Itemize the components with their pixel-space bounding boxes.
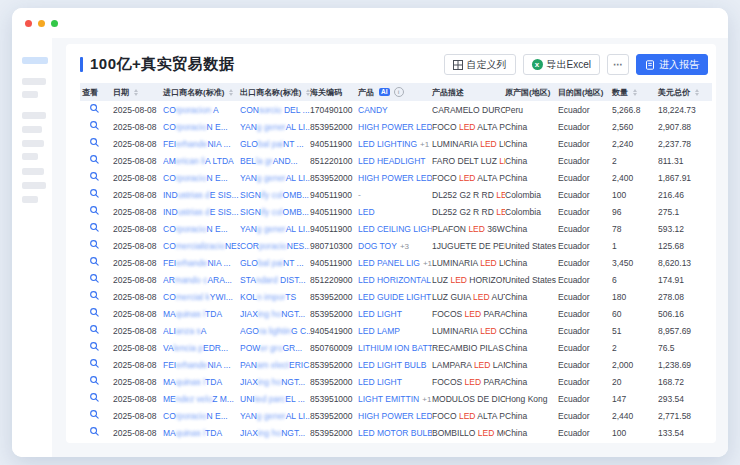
product-name[interactable]: HIGH POWER LED F bbox=[358, 411, 432, 421]
column-header-date[interactable]: 日期 bbox=[113, 83, 163, 101]
importer-name-link[interactable]: MAquinas lTDA bbox=[163, 373, 240, 390]
view-details-button[interactable] bbox=[89, 409, 100, 420]
exporter-name-link[interactable]: CONsorcio DEL ... bbox=[240, 101, 310, 118]
importer-name-link[interactable]: MAquinas lTDA bbox=[163, 305, 240, 322]
product-cell[interactable]: CANDY bbox=[358, 101, 432, 118]
column-header-exporter[interactable]: 出口商名称(标准) bbox=[240, 83, 310, 101]
importer-name-link[interactable]: COrporacioN E... bbox=[163, 169, 240, 186]
product-cell[interactable]: LED LIGHT bbox=[358, 373, 432, 390]
exporter-name-link[interactable]: YANg generAL LI... bbox=[240, 407, 310, 424]
product-name[interactable]: LED LIGHT BULB bbox=[358, 360, 426, 370]
column-header-usd_total[interactable]: 美元总价 bbox=[658, 83, 712, 101]
product-cell[interactable]: LED LIGHTING+1 bbox=[358, 135, 432, 152]
product-cell[interactable]: DOG TOY+3 bbox=[358, 237, 432, 254]
importer-name-link[interactable]: FEIerhandeNIA ... bbox=[163, 254, 240, 271]
importer-name-link[interactable]: ARmando cARA... bbox=[163, 271, 240, 288]
view-details-button[interactable] bbox=[89, 273, 100, 284]
exporter-name-link[interactable]: YANg generAL LI... bbox=[240, 220, 310, 237]
importer-name-link[interactable]: INDustrias dE SIS... bbox=[163, 186, 240, 203]
product-more-count-badge[interactable]: +1 bbox=[422, 395, 431, 404]
exporter-name-link[interactable]: UNIted parcEL ... bbox=[240, 390, 310, 407]
product-name[interactable]: LED HEADLIGHT bbox=[358, 156, 426, 166]
view-details-button[interactable] bbox=[89, 256, 100, 267]
view-details-button[interactable] bbox=[89, 375, 100, 386]
product-cell[interactable]: LED LAMP bbox=[358, 322, 432, 339]
exporter-name-link[interactable]: GLObal paiNT ... bbox=[240, 254, 310, 271]
view-details-button[interactable] bbox=[89, 171, 100, 182]
product-more-count-badge[interactable]: +1 bbox=[423, 259, 432, 268]
product-cell[interactable]: LED CEILING LIGHT bbox=[358, 220, 432, 237]
sidebar-menu-item[interactable] bbox=[22, 126, 42, 133]
product-cell[interactable]: HIGH POWER LED F bbox=[358, 118, 432, 135]
exporter-name-link[interactable]: YANg generAL LI... bbox=[240, 169, 310, 186]
product-cell[interactable]: LIGHT EMITTIN+1 bbox=[358, 390, 432, 407]
exporter-name-link[interactable]: CORporacioNES... bbox=[240, 237, 310, 254]
sidebar-menu-item[interactable] bbox=[22, 78, 46, 85]
sort-icon[interactable] bbox=[633, 89, 637, 96]
view-details-button[interactable] bbox=[89, 290, 100, 301]
sort-icon[interactable] bbox=[229, 89, 233, 96]
importer-name-link[interactable]: COmercial kYWI... bbox=[163, 288, 240, 305]
enter-report-button[interactable]: 进入报告 bbox=[636, 54, 708, 75]
view-details-button[interactable] bbox=[89, 120, 100, 131]
product-name[interactable]: LIGHT EMITTIN bbox=[358, 394, 419, 404]
product-name[interactable]: LED LAMP bbox=[358, 326, 400, 336]
exporter-name-link[interactable]: STAndard DIST... bbox=[240, 271, 310, 288]
view-details-button[interactable] bbox=[89, 392, 100, 403]
product-cell[interactable]: LED bbox=[358, 203, 432, 220]
exporter-name-link[interactable]: GLObal paiNT ... bbox=[240, 135, 310, 152]
sidebar-menu-item[interactable] bbox=[22, 140, 44, 147]
export-excel-button[interactable]: x 导出Excel bbox=[523, 54, 600, 75]
importer-name-link[interactable]: COrporacioN E... bbox=[163, 407, 240, 424]
product-name[interactable]: LED CEILING LIGHT bbox=[358, 224, 432, 234]
exporter-name-link[interactable]: JIAXing hoNGT... bbox=[240, 305, 310, 322]
importer-name-link[interactable]: COmercializacioNES... bbox=[163, 237, 240, 254]
sort-icon[interactable] bbox=[134, 89, 138, 96]
exporter-name-link[interactable]: JIAXing hoNGT... bbox=[240, 424, 310, 441]
column-header-quantity[interactable]: 数量 bbox=[612, 83, 658, 101]
info-icon[interactable]: i bbox=[394, 87, 404, 97]
product-cell[interactable]: LED HORIZONTAL L bbox=[358, 271, 432, 288]
product-name[interactable]: DOG TOY bbox=[358, 241, 397, 251]
product-name[interactable]: CANDY bbox=[358, 105, 388, 115]
importer-name-link[interactable]: COrporacioN E... bbox=[163, 118, 240, 135]
view-details-button[interactable] bbox=[89, 239, 100, 250]
exporter-name-link[interactable]: PANam electERIC... bbox=[240, 356, 310, 373]
product-name[interactable]: LED LIGHTING bbox=[358, 139, 417, 149]
view-details-button[interactable] bbox=[89, 324, 100, 335]
importer-name-link[interactable]: COrporacioN E... bbox=[163, 220, 240, 237]
sidebar-menu-item[interactable] bbox=[22, 91, 38, 98]
exporter-name-link[interactable]: SIGNify colOMB... bbox=[240, 186, 310, 203]
exporter-name-link[interactable]: YANg generAL LI... bbox=[240, 118, 310, 135]
importer-name-link[interactable]: VAlencia pEDR... bbox=[163, 339, 240, 356]
sidebar-menu-item[interactable] bbox=[22, 196, 38, 203]
importer-name-link[interactable]: FEIerhandeNIA ... bbox=[163, 135, 240, 152]
exporter-name-link[interactable]: BELla grAND... bbox=[240, 152, 310, 169]
window-maximize-button[interactable] bbox=[51, 20, 58, 27]
product-more-count-badge[interactable]: +3 bbox=[400, 242, 409, 251]
view-details-button[interactable] bbox=[89, 341, 100, 352]
sidebar-menu-item[interactable] bbox=[22, 112, 46, 119]
view-details-button[interactable] bbox=[89, 137, 100, 148]
column-header-importer[interactable]: 进口商名称(标准) bbox=[163, 83, 240, 101]
product-cell[interactable]: LED HEADLIGHT bbox=[358, 152, 432, 169]
exporter-name-link[interactable]: POWer groGR... bbox=[240, 339, 310, 356]
product-name[interactable]: LITHIUM ION BATTE bbox=[358, 343, 432, 353]
importer-name-link[interactable]: COrporacion A bbox=[163, 101, 240, 118]
view-details-button[interactable] bbox=[89, 205, 100, 216]
window-minimize-button[interactable] bbox=[38, 20, 45, 27]
sidebar-menu-item-active[interactable] bbox=[22, 57, 48, 64]
product-name[interactable]: LED bbox=[358, 207, 375, 217]
product-name[interactable]: HIGH POWER LED F bbox=[358, 173, 432, 183]
importer-name-link[interactable]: ALIanza sA bbox=[163, 322, 240, 339]
product-more-count-badge[interactable]: +1 bbox=[420, 140, 429, 149]
product-name[interactable]: LED GUIDE LIGHT T bbox=[358, 292, 432, 302]
view-details-button[interactable] bbox=[89, 358, 100, 369]
view-details-button[interactable] bbox=[89, 307, 100, 318]
product-name[interactable]: LED LIGHT bbox=[358, 377, 402, 387]
exporter-name-link[interactable]: AGOra lightinG C... bbox=[240, 322, 310, 339]
more-actions-button[interactable]: ⋯ bbox=[607, 54, 629, 75]
exporter-name-link[interactable]: KOLn imporTS bbox=[240, 288, 310, 305]
customize-columns-button[interactable]: 自定义列 bbox=[444, 54, 516, 75]
product-cell[interactable]: LED PANEL LIG+1 bbox=[358, 254, 432, 271]
